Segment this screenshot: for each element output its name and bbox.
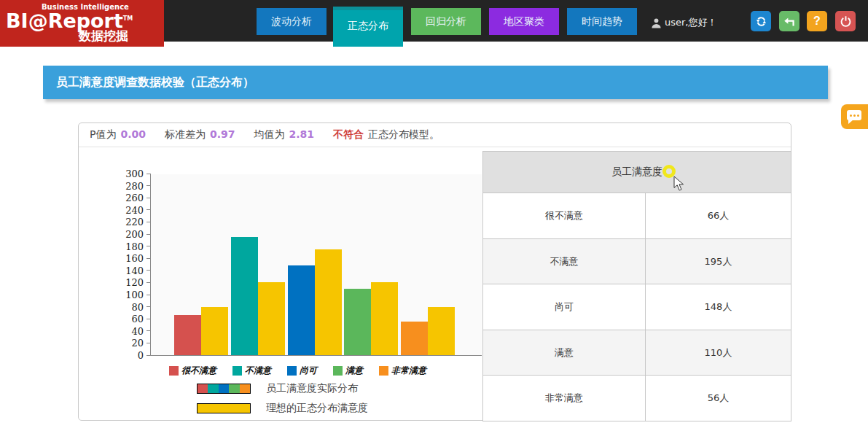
table-row: 不满意 195人 <box>483 238 791 284</box>
statistics-bar: P值为0.00 标准差为0.97 均值为2.81 不符合 正态分布模型。 <box>79 123 791 147</box>
y-axis-tick-mark <box>146 209 151 210</box>
refresh-icon <box>755 15 767 28</box>
bar-ideal-满意[interactable] <box>371 282 398 355</box>
tab-fluctuation-analysis[interactable]: 波动分析 <box>257 8 327 35</box>
user-greeting: user,您好！ <box>665 16 717 29</box>
y-axis-tick-label: 100 <box>114 289 144 300</box>
y-axis-tick-mark <box>146 330 151 331</box>
legend-label: 不满意 <box>245 365 271 377</box>
legend-swatch-icon <box>232 366 242 376</box>
y-axis-tick-label: 200 <box>114 229 144 240</box>
logo-subtitle: 数据挖掘 <box>79 28 128 44</box>
y-axis-tick-label: 120 <box>114 277 144 288</box>
table-header-employee-satisfaction[interactable]: 员工满意度 <box>483 152 791 193</box>
top-header: Business Intelligence BI@ReportTM 数据挖掘 波… <box>0 0 868 42</box>
bar-actual-不满意[interactable] <box>231 237 258 355</box>
y-axis-tick-label: 240 <box>114 205 144 216</box>
chat-bubble-tail <box>848 120 853 124</box>
feedback-chat-button[interactable] <box>841 104 868 129</box>
bar-chart: 0204060801001201401601802002202402602803… <box>150 174 482 356</box>
legend-item-不满意: 不满意 <box>232 365 271 377</box>
table-cell-value: 195人 <box>646 238 791 284</box>
tab-region-clustering[interactable]: 地区聚类 <box>489 8 559 35</box>
refresh-button[interactable] <box>751 11 771 31</box>
y-axis-tick-label: 20 <box>114 338 144 349</box>
legend-label: 尚可 <box>300 365 317 377</box>
table-cell-label: 不满意 <box>483 238 646 284</box>
logout-button[interactable] <box>835 11 856 31</box>
legend-label: 很不满意 <box>181 365 216 377</box>
ideal-series-swatch <box>197 403 251 413</box>
y-axis-tick-mark <box>146 282 151 283</box>
y-axis-tick-mark <box>146 306 151 307</box>
legend-swatch-icon <box>287 366 297 376</box>
legend-actual-series: 员工满意度实际分布 <box>197 382 358 395</box>
y-axis-tick-label: 80 <box>114 302 144 313</box>
legend-item-非常满意: 非常满意 <box>379 365 426 377</box>
y-axis-tick-mark <box>146 295 151 295</box>
std-dev-label: 标准差为 <box>165 128 206 140</box>
p-value-label: P值为 <box>90 128 116 140</box>
bar-actual-非常满意[interactable] <box>401 322 428 355</box>
y-axis-tick-label: 0 <box>114 350 144 361</box>
verdict-suffix: 正态分布模型。 <box>368 128 439 141</box>
chat-bubble-icon <box>847 110 861 120</box>
user-menu[interactable]: user,您好！ <box>651 15 717 31</box>
legend-item-很不满意: 很不满意 <box>169 365 216 377</box>
mean-value: 2.81 <box>289 128 315 140</box>
table-cell-label: 非常满意 <box>483 376 646 421</box>
y-axis-tick-mark <box>146 185 151 186</box>
ideal-series-label: 理想的正态分布满意度 <box>266 402 368 415</box>
app-logo[interactable]: Business Intelligence BI@ReportTM 数据挖掘 <box>0 0 164 47</box>
back-arrow-icon <box>783 15 796 28</box>
legend-swatch-icon <box>169 366 179 376</box>
help-button[interactable]: ? <box>807 11 827 31</box>
legend-label: 满意 <box>345 365 363 377</box>
legend-swatch-icon <box>333 366 343 376</box>
table-cell-label: 满意 <box>483 330 646 376</box>
y-axis-tick-label: 280 <box>114 181 144 192</box>
y-axis-tick-label: 160 <box>114 253 144 264</box>
analysis-panel: P值为0.00 标准差为0.97 均值为2.81 不符合 正态分布模型。 020… <box>78 123 791 421</box>
actual-series-swatch <box>197 384 251 394</box>
page-title-banner: 员工满意度调查数据校验（正态分布） <box>43 66 828 99</box>
bar-ideal-不满意[interactable] <box>258 282 285 355</box>
y-axis-tick-label: 40 <box>114 326 144 337</box>
back-button[interactable] <box>779 11 799 31</box>
bar-actual-很不满意[interactable] <box>174 315 201 355</box>
power-icon <box>840 15 852 28</box>
table-row: 尚可 148人 <box>483 284 791 330</box>
table-cell-value: 66人 <box>646 193 791 239</box>
y-axis-tick-mark <box>146 198 151 198</box>
trademark-mark: TM <box>123 15 133 22</box>
bar-ideal-尚可[interactable] <box>315 249 342 355</box>
category-legend: 很不满意不满意尚可满意非常满意 <box>169 365 426 377</box>
y-axis-tick-mark <box>146 355 151 356</box>
y-axis-tick-mark <box>146 234 151 235</box>
mean-label: 均值为 <box>254 128 285 140</box>
y-axis-tick-label: 220 <box>114 217 144 228</box>
y-axis-tick-label: 140 <box>114 265 144 276</box>
panel-content: 0204060801001201401601802002202402602803… <box>79 147 791 420</box>
tab-time-trend[interactable]: 时间趋势 <box>567 8 637 35</box>
legend-swatch-icon <box>379 366 388 376</box>
table-row: 很不满意 66人 <box>483 193 791 239</box>
y-axis-tick-mark <box>146 343 151 343</box>
legend-item-尚可: 尚可 <box>287 365 317 377</box>
table-cell-label: 很不满意 <box>483 193 646 239</box>
bar-actual-尚可[interactable] <box>288 265 315 355</box>
page-title: 员工满意度调查数据校验（正态分布） <box>56 75 254 90</box>
tab-regression-analysis[interactable]: 回归分析 <box>411 8 481 35</box>
bar-actual-满意[interactable] <box>344 289 371 355</box>
tab-normal-distribution[interactable]: 正态分布 <box>333 7 403 47</box>
bar-ideal-非常满意[interactable] <box>428 307 455 355</box>
y-axis-tick-mark <box>146 270 151 271</box>
table-cell-label: 尚可 <box>483 284 646 330</box>
y-axis-tick-label: 260 <box>114 193 144 203</box>
bar-ideal-很不满意[interactable] <box>201 307 228 355</box>
legend-ideal-series: 理想的正态分布满意度 <box>197 402 368 415</box>
y-axis-tick-label: 60 <box>114 314 144 324</box>
y-axis-tick-mark <box>146 174 151 174</box>
satisfaction-table: 员工满意度 很不满意 66人 不满意 195人 尚可 148人 满意 110人 <box>482 151 791 421</box>
y-axis-tick-mark <box>146 319 151 319</box>
